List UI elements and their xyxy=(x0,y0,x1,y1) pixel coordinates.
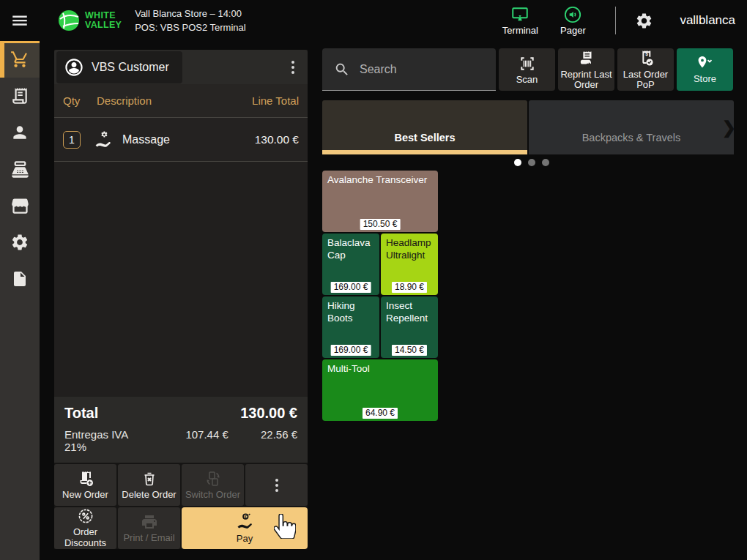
product-price: 18.90 € xyxy=(392,282,427,293)
pagination-dot-3[interactable] xyxy=(542,159,549,166)
gear-icon xyxy=(10,233,29,252)
switch-order-icon xyxy=(204,470,222,488)
customer-chip[interactable]: VBS Customer xyxy=(56,51,182,83)
order-lines-list: 1 Massage 130.00 € xyxy=(54,118,308,397)
sidebar-item-receipts[interactable] xyxy=(0,78,40,114)
terminal-button[interactable]: Terminal xyxy=(494,5,546,36)
document-icon xyxy=(11,270,29,288)
product-tile-balaclava-cap[interactable]: Balaclava Cap 169.00 € xyxy=(322,234,379,295)
col-line-total: Line Total xyxy=(252,94,299,107)
sidebar-nav xyxy=(0,41,40,560)
last-order-pop-icon: $ xyxy=(636,49,655,68)
topbar-divider xyxy=(615,7,616,34)
search-input[interactable] xyxy=(360,63,477,76)
order-discounts-button[interactable]: Order Discounts xyxy=(54,507,116,549)
product-price: 169.00 € xyxy=(331,282,371,293)
pager-speaker-icon xyxy=(563,5,582,24)
settings-gear-icon[interactable] xyxy=(635,12,653,30)
catalog-panel: Scan Reprint Last Order $ Last Order PoP… xyxy=(322,48,741,421)
tabs-next-chevron-icon[interactable]: ❯ xyxy=(722,118,736,138)
new-order-button[interactable]: New Order xyxy=(54,464,116,506)
logged-in-username[interactable]: vallblanca xyxy=(680,13,735,28)
printer-icon xyxy=(141,513,158,531)
product-name: Balaclava Cap xyxy=(327,237,374,262)
order-totals: Total 130.00 € Entregas IVA 21% 107.44 €… xyxy=(54,397,308,463)
pagination-dot-1[interactable] xyxy=(514,159,521,166)
reprint-icon xyxy=(577,49,596,68)
sidebar-item-customers[interactable] xyxy=(0,114,40,151)
brand-logo: WHITE VALLEY xyxy=(57,9,122,32)
order-line-row[interactable]: 1 Massage 130.00 € xyxy=(54,118,308,162)
total-value: 130.00 € xyxy=(240,405,297,422)
line-qty-badge[interactable]: 1 xyxy=(63,131,81,149)
sidebar-item-cart[interactable] xyxy=(0,41,40,78)
product-price: 169.00 € xyxy=(331,345,371,356)
sidebar-item-documents[interactable] xyxy=(0,261,40,297)
barcode-scan-icon xyxy=(518,54,537,73)
print-email-button[interactable]: Print / Email xyxy=(118,507,180,549)
tax-label: Entregas IVA 21% xyxy=(64,428,152,453)
kebab-icon xyxy=(271,474,283,496)
last-order-pop-button[interactable]: $ Last Order PoP xyxy=(617,48,674,91)
store-info: Vall Blanca Store – 14:00 POS: VBS POS2 … xyxy=(135,7,246,35)
product-name: Multi-Tool xyxy=(327,363,433,376)
product-price: 64.90 € xyxy=(363,408,398,419)
search-box[interactable] xyxy=(322,48,496,91)
store-selector-button[interactable]: Store xyxy=(677,48,733,91)
customer-avatar-icon xyxy=(64,57,84,78)
topbar: WHITE VALLEY Vall Blanca Store – 14:00 P… xyxy=(0,0,747,41)
sidebar-item-register[interactable] xyxy=(0,151,40,187)
product-price: 150.50 € xyxy=(360,219,401,230)
product-tile-hiking-boots[interactable]: Hiking Boots 169.00 € xyxy=(322,296,379,358)
scan-button[interactable]: Scan xyxy=(499,48,555,91)
pager-button[interactable]: Pager xyxy=(546,5,599,36)
tab-best-sellers[interactable]: Best Sellers xyxy=(322,100,527,154)
terminal-monitor-icon xyxy=(510,5,529,24)
svg-text:$: $ xyxy=(645,51,648,57)
order-customer-header: VBS Customer xyxy=(54,50,308,84)
location-pin-chevron-icon xyxy=(694,55,716,72)
catalog-toolbar: Scan Reprint Last Order $ Last Order PoP… xyxy=(322,48,741,91)
order-table-header: Qty Description Line Total xyxy=(54,84,308,118)
cash-register-icon xyxy=(10,160,30,179)
brand-name: WHITE VALLEY xyxy=(85,11,122,30)
pagination-dot-2[interactable] xyxy=(528,159,535,166)
storefront-icon xyxy=(10,196,30,216)
store-line: Vall Blanca Store – 14:00 xyxy=(135,7,246,21)
order-actions-kebab[interactable] xyxy=(245,464,308,506)
switch-order-button[interactable]: Switch Order xyxy=(182,464,244,506)
pay-hand-coin-icon: € xyxy=(235,512,254,531)
pos-line: POS: VBS POS2 Terminal xyxy=(135,20,246,35)
order-panel: VBS Customer Qty Description Line Total … xyxy=(54,50,308,549)
product-tile-insect-repellent[interactable]: Insect Repellent 14.50 € xyxy=(381,296,438,358)
product-name: Headlamp Ultralight xyxy=(386,237,433,262)
menu-icon[interactable] xyxy=(10,11,29,30)
category-tabs: Best Sellers Backpacks & Travels ❯ xyxy=(322,100,741,154)
delete-order-button[interactable]: Delete Order xyxy=(118,464,180,506)
product-name: Avalanche Transceiver xyxy=(327,174,433,187)
search-icon xyxy=(334,61,350,78)
pay-button[interactable]: € Pay xyxy=(182,507,308,549)
service-hand-gear-icon xyxy=(93,130,113,149)
product-tile-multi-tool[interactable]: Multi-Tool 64.90 € xyxy=(322,359,438,421)
product-tile-avalanche-transceiver[interactable]: Avalanche Transceiver 150.50 € xyxy=(322,171,438,232)
trash-icon xyxy=(141,470,158,488)
product-tile-headlamp-ultralight[interactable]: Headlamp Ultralight 18.90 € xyxy=(381,234,438,295)
white-valley-globe-icon xyxy=(57,9,81,32)
receipt-icon xyxy=(10,86,29,105)
customer-name: VBS Customer xyxy=(92,61,169,74)
product-name: Insect Repellent xyxy=(386,300,433,325)
order-action-buttons: New Order Delete Order Switch Order Orde… xyxy=(54,464,308,549)
reprint-last-order-button[interactable]: Reprint Last Order xyxy=(558,48,614,91)
tab-backpacks-travels[interactable]: Backpacks & Travels xyxy=(529,100,734,154)
line-description: Massage xyxy=(122,133,170,146)
shopping-cart-icon xyxy=(10,50,29,69)
tab-pagination-dots xyxy=(322,154,741,171)
order-menu-kebab[interactable] xyxy=(287,56,299,78)
line-total-value: 130.00 € xyxy=(255,133,299,146)
tax-amount-value: 22.56 € xyxy=(228,428,297,453)
sidebar-item-settings[interactable] xyxy=(0,224,40,261)
tax-base-value: 107.44 € xyxy=(152,428,228,453)
total-label: Total xyxy=(64,405,98,422)
sidebar-item-store[interactable] xyxy=(0,187,40,224)
